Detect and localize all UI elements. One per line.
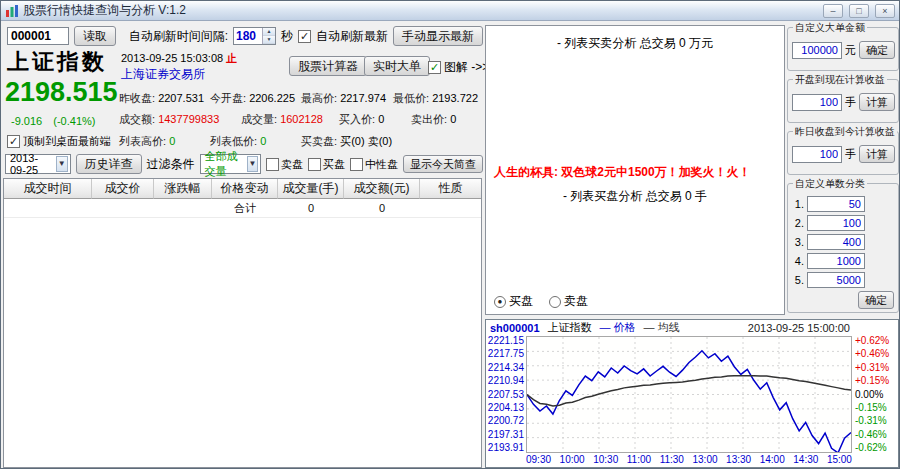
volume-filter-select[interactable]: 全部成交量 ▼ xyxy=(200,154,261,174)
sell-label: 卖盘 xyxy=(281,157,303,172)
y-axis-price-label: 2207.53 xyxy=(486,390,524,400)
y-axis-price-label: 2200.72 xyxy=(486,416,524,426)
close-button[interactable]: × xyxy=(875,4,895,18)
order-classes-title: 自定义单数分类 xyxy=(793,177,867,191)
refresh-interval-stepper[interactable]: ▲▼ xyxy=(233,27,276,45)
neutral-filter[interactable]: 中性盘 xyxy=(350,157,398,172)
diagram-toggle[interactable]: ✓ 图解 ->> xyxy=(428,59,489,76)
stat-label: 成交量: xyxy=(241,113,277,125)
chart-body: 2221.152217.752214.342210.942207.532204.… xyxy=(486,336,898,453)
read-button[interactable]: 读取 xyxy=(74,26,116,46)
column-header[interactable]: 性质 xyxy=(420,179,481,199)
stat-value: 0 xyxy=(378,113,384,125)
stock-calculator-button[interactable]: 股票计算器 xyxy=(289,56,367,76)
neutral-checkbox[interactable] xyxy=(350,158,363,171)
y-axis-left: 2221.152217.752214.342210.942207.532204.… xyxy=(486,336,526,453)
column-header[interactable]: 成交量(手) xyxy=(278,179,344,199)
date-picker[interactable]: 2013-09-25 ▼ xyxy=(5,154,71,174)
title-bar[interactable]: 股票行情快捷查询与分析 V:1.2 – □ × xyxy=(1,1,899,21)
pin-toggle[interactable]: ✓ 顶制到桌面最前端 xyxy=(7,134,111,149)
x-axis-time-label: 13:30 xyxy=(726,454,751,467)
chart-plot-area[interactable] xyxy=(526,336,852,453)
stat-value: 2217.974 xyxy=(340,92,386,104)
y-axis-price-label: 2217.75 xyxy=(486,349,524,359)
close-calc-button[interactable]: 计算 xyxy=(859,145,895,163)
show-today-button[interactable]: 显示今天简查 xyxy=(403,155,483,173)
manual-show-button[interactable]: 手动显示最新 xyxy=(393,26,483,46)
buy-filter[interactable]: 买盘 xyxy=(308,157,345,172)
sell-filter[interactable]: 卖盘 xyxy=(266,157,303,172)
stat-label: 昨收盘: xyxy=(119,92,155,104)
column-header[interactable]: 成交时间 xyxy=(4,179,92,199)
open-calc-lots-input[interactable] xyxy=(792,94,842,111)
column-header[interactable]: 涨跌幅 xyxy=(154,179,212,199)
exchange-link[interactable]: 上海证券交易所 xyxy=(121,66,205,83)
buy-radio[interactable]: ● 买盘 xyxy=(494,293,533,310)
analysis-panel: - 列表买卖分析 总交易 0 万元 人生的杯具: 双色球2元中1500万！加奖火… xyxy=(485,25,785,315)
realtime-orders-button[interactable]: 实时大单 xyxy=(364,56,430,76)
order-class-input-2[interactable] xyxy=(807,215,865,231)
spin-down-icon[interactable]: ▼ xyxy=(263,36,275,44)
stat-label: 最低价: xyxy=(393,92,429,104)
pin-checkbox[interactable]: ✓ xyxy=(7,135,20,148)
big-order-amount-input[interactable] xyxy=(792,42,842,59)
chevron-down-icon[interactable]: ▼ xyxy=(56,156,68,172)
close-calc-groupbox: 昨日收盘到今计算收益 手 计算 xyxy=(787,131,899,175)
sell-checkbox[interactable] xyxy=(266,158,279,171)
app-icon xyxy=(5,4,19,18)
buy-radio-label: 买盘 xyxy=(509,293,533,310)
diagram-checkbox[interactable]: ✓ xyxy=(428,61,441,74)
y-axis-right: +0.62%+0.46%+0.31%+0.15%0.00%-0.15%-0.31… xyxy=(852,336,898,453)
ad-banner-text[interactable]: 人生的杯具: 双色球2元中1500万！加奖火！火！ xyxy=(494,164,751,181)
filter-row: 2013-09-25 ▼ 历史详查 过滤条件 全部成交量 ▼ 卖盘 买盘 中性盘… xyxy=(5,154,483,174)
y-axis-price-label: 2210.94 xyxy=(486,376,524,386)
volume-filter-value: 全部成交量 xyxy=(205,149,244,179)
column-header[interactable]: 价格变动 xyxy=(212,179,278,199)
auto-refresh-checkbox[interactable]: ✓ xyxy=(298,30,311,43)
stock-code-input[interactable] xyxy=(7,27,69,45)
auto-refresh-label: 自动刷新最新 xyxy=(316,28,388,45)
legend-average-label: 均线 xyxy=(658,321,680,333)
order-classes-confirm-button[interactable]: 确定 xyxy=(858,291,894,309)
legend-average: — 均线 xyxy=(644,320,680,335)
chart-symbol: sh000001 xyxy=(490,322,540,334)
intraday-chart[interactable]: sh000001 上证指数 — 价格 — 均线 2013-09-25 15:00… xyxy=(485,319,899,468)
radio-icon[interactable] xyxy=(549,296,561,308)
app-window: 股票行情快捷查询与分析 V:1.2 – □ × 读取 自动刷新时间间隔: ▲▼ … xyxy=(0,0,900,469)
stat-label: 今开盘: xyxy=(210,92,246,104)
y-axis-percent-label: -0.15% xyxy=(855,403,898,413)
row-number: 1. xyxy=(792,198,804,210)
minimize-button[interactable]: – xyxy=(823,4,843,18)
chart-header: sh000001 上证指数 — 价格 — 均线 2013-09-25 15:00… xyxy=(486,320,898,335)
column-header[interactable]: 成交额(元) xyxy=(344,179,420,199)
column-header[interactable]: 成交价 xyxy=(92,179,154,199)
open-calc-button[interactable]: 计算 xyxy=(859,93,895,111)
order-class-input-1[interactable] xyxy=(807,196,865,212)
open-calc-title: 开盘到现在计算收益 xyxy=(793,73,887,87)
maximize-button[interactable]: □ xyxy=(849,4,869,18)
y-axis-percent-label: -0.62% xyxy=(855,443,898,453)
order-class-input-5[interactable] xyxy=(807,272,865,288)
buy-analysis-summary: - 列表买盘分析 总交易 0 手 xyxy=(486,188,784,205)
chevron-down-icon[interactable]: ▼ xyxy=(247,156,258,172)
sell-radio[interactable]: 卖盘 xyxy=(549,293,588,310)
x-axis-time-label: 09:30 xyxy=(526,454,551,467)
refresh-interval-input[interactable] xyxy=(234,28,262,44)
chart-lines xyxy=(527,337,851,452)
row-number: 3. xyxy=(792,236,804,248)
big-order-confirm-button[interactable]: 确定 xyxy=(859,41,895,59)
order-class-input-3[interactable] xyxy=(807,234,865,250)
history-query-button[interactable]: 历史详查 xyxy=(76,154,142,174)
total-volume: 0 xyxy=(278,199,344,217)
big-order-title: 自定义大单金额 xyxy=(793,21,867,35)
y-axis-price-label: 2197.31 xyxy=(486,430,524,440)
seconds-label: 秒 xyxy=(281,28,293,45)
spin-up-icon[interactable]: ▲ xyxy=(263,28,275,36)
order-class-input-4[interactable] xyxy=(807,253,865,269)
transactions-table[interactable]: 成交时间 成交价 涨跌幅 价格变动 成交量(手) 成交额(元) 性质 合计 0 … xyxy=(3,178,482,468)
change-value: -9.016 xyxy=(11,115,42,127)
radio-icon[interactable]: ● xyxy=(494,296,506,308)
buy-checkbox[interactable] xyxy=(308,158,321,171)
close-calc-lots-input[interactable] xyxy=(792,146,842,163)
stat-value: 0 xyxy=(450,113,456,125)
